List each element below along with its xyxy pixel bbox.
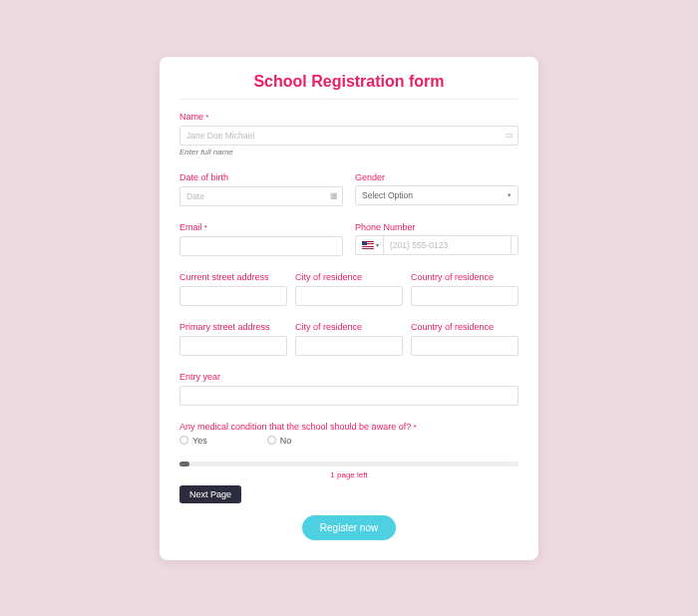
entry-year-field: Entry year [179,372,519,406]
radio-no[interactable]: No [267,436,292,446]
medical-field: Any medical condition that the school sh… [179,422,519,446]
register-button[interactable]: Register now [302,515,396,540]
dob-field: Date of birth ▦ [179,172,343,206]
calendar-icon[interactable]: ▦ [330,191,338,200]
radio-yes[interactable]: Yes [179,436,207,446]
chevron-down-icon: ▾ [508,191,512,199]
prim-city-input[interactable] [295,336,403,356]
form-title: School Registration form [179,73,519,100]
entry-year-label: Entry year [179,372,519,382]
curr-street-input[interactable] [179,286,287,306]
dob-input[interactable] [179,186,343,206]
curr-city-field: City of residence [295,272,403,306]
us-flag-icon[interactable] [362,241,374,249]
curr-street-field: Current street address [179,272,287,306]
name-helper: Enter full name [179,148,519,156]
gender-field: Gender Select Option ▾ [355,172,519,206]
curr-city-input[interactable] [295,286,403,306]
progress-fill [179,462,189,466]
medical-label: Any medical condition that the school sh… [179,422,519,432]
gender-selected: Select Option [362,190,413,200]
gender-label: Gender [355,172,519,182]
prim-street-field: Primary street address [179,322,287,356]
autofill-icon: ▭ [506,131,514,140]
entry-year-input[interactable] [179,386,519,406]
prim-country-input[interactable] [411,336,519,356]
next-page-button[interactable]: Next Page [179,485,241,503]
prim-city-label: City of residence [295,322,403,332]
curr-country-label: Country of residence [411,272,519,282]
form-card: School Registration form Name ▭ Enter fu… [160,57,538,560]
prim-country-field: Country of residence [411,322,519,356]
phone-field: Phone Number ▾ [355,222,519,256]
email-field: Email [179,222,343,256]
phone-label: Phone Number [355,222,519,232]
name-field: Name ▭ Enter full name [179,112,519,156]
radio-circle-icon [267,436,276,445]
gender-select[interactable]: Select Option ▾ [355,185,519,205]
email-input[interactable] [179,236,343,256]
prim-street-label: Primary street address [179,322,287,332]
name-input[interactable] [179,126,519,146]
prim-street-input[interactable] [179,336,287,356]
email-label: Email [179,222,343,232]
radio-circle-icon [179,436,188,445]
dob-label: Date of birth [179,172,343,182]
curr-street-label: Current street address [179,272,287,282]
prim-city-field: City of residence [295,322,403,356]
name-label: Name [179,112,519,122]
curr-country-input[interactable] [411,286,519,306]
prim-country-label: Country of residence [411,322,519,332]
phone-input[interactable] [383,235,512,255]
pages-left-text: 1 page left [179,470,519,479]
radio-no-label: No [280,436,292,446]
curr-city-label: City of residence [295,272,403,282]
country-chevron-icon[interactable]: ▾ [376,241,379,248]
radio-yes-label: Yes [192,436,207,446]
phone-input-wrap[interactable]: ▾ [355,235,519,255]
curr-country-field: Country of residence [411,272,519,306]
progress-bar [179,462,519,466]
